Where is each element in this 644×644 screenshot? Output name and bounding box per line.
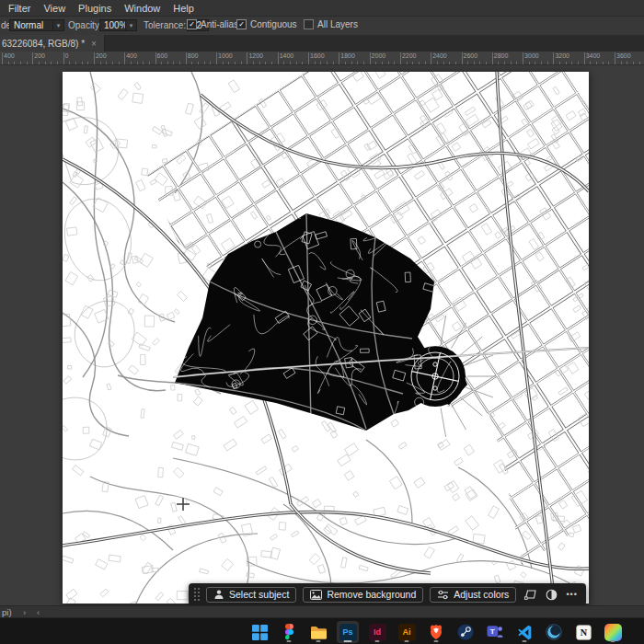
taskbar-vscode-icon[interactable] [513, 621, 535, 643]
chevron-down-icon: ▾ [125, 20, 136, 30]
ruler-label: 1800 [340, 52, 355, 59]
document-canvas[interactable] [63, 72, 589, 604]
ruler-label: 2000 [372, 52, 386, 59]
opacity-value: 100% [100, 20, 125, 30]
ruler-label: 2600 [464, 52, 478, 59]
tolerance-label: Tolerance: [144, 20, 186, 30]
ruler-label: 1200 [248, 52, 263, 59]
brave-logo [429, 624, 443, 640]
contextual-taskbar: Select subjectRemove backgroundAdjust co… [189, 583, 586, 605]
taskbar-brave-icon[interactable] [425, 621, 447, 643]
transform-icon [524, 589, 537, 600]
ruler-label: 3400 [586, 52, 601, 59]
checkbox-all-layers[interactable]: All Layers [304, 19, 358, 29]
running-indicator [434, 640, 439, 642]
photoshop-window: FilterViewPluginsWindowHelp de: Normal ▾… [0, 0, 644, 644]
button-label: Remove background [327, 589, 416, 600]
status-text: pi) [2, 607, 12, 617]
checkbox-anti-alias[interactable]: ✓Anti-alias [187, 19, 238, 29]
ruler-label: 3600 [616, 52, 631, 59]
document-tab[interactable]: 63226084, RGB/8) * × [0, 35, 105, 52]
menu-help[interactable]: Help [173, 0, 194, 17]
taskbar-teams-icon[interactable]: T [484, 621, 506, 643]
taskbar-creative-cloud-icon[interactable] [602, 621, 624, 643]
sliders-icon [437, 590, 449, 600]
ruler-label: 1600 [310, 52, 325, 59]
menu-bar: FilterViewPluginsWindowHelp [0, 0, 644, 17]
select-subject-button[interactable]: Select subject [206, 587, 296, 603]
document-tab-title: 63226084, RGB/8) * [2, 39, 85, 49]
taskbar-file-explorer-icon[interactable] [307, 621, 329, 643]
horizontal-ruler: 4002000200400600800100012001400160018002… [0, 52, 644, 65]
menu-filter[interactable]: Filter [8, 0, 30, 17]
contrast-icon [546, 589, 558, 601]
running-indicator [611, 640, 615, 642]
image-icon [310, 590, 322, 600]
adjust-colors-button[interactable]: Adjust colors [430, 587, 516, 603]
remove-background-button[interactable]: Remove background [303, 587, 423, 603]
running-indicator [375, 640, 380, 642]
taskbar-notion-icon[interactable]: N [572, 621, 594, 643]
blend-mode-value: Normal [10, 20, 52, 30]
vscode-logo [517, 625, 533, 640]
ruler-label: 200 [96, 52, 107, 59]
transform-button[interactable] [523, 586, 539, 603]
windows-start-logo [252, 625, 268, 640]
menu-view[interactable]: View [43, 0, 65, 17]
options-bar: de: Normal ▾ Opacity: 100% ▾ Tolerance: … [0, 17, 644, 36]
running-indicator [405, 640, 409, 642]
running-indicator [523, 640, 527, 642]
photoshop-logo: Ps [339, 624, 357, 641]
checkbox-label: All Layers [317, 19, 358, 29]
button-label: Select subject [229, 589, 289, 600]
steam-logo [457, 624, 474, 640]
more-options-button[interactable]: ••• [566, 590, 577, 599]
taskbar-indesign-icon[interactable]: Id [366, 621, 388, 643]
ruler-label: 1000 [218, 52, 233, 59]
ruler-label: 600 [157, 52, 168, 59]
ruler-label: 2200 [402, 52, 417, 59]
ruler-label: 2400 [432, 52, 447, 59]
menu-plugins[interactable]: Plugins [78, 0, 111, 17]
document-tab-bar: 63226084, RGB/8) * × [0, 35, 644, 52]
close-icon[interactable]: × [91, 39, 97, 49]
checked-checkbox-icon[interactable]: ✓ [236, 19, 247, 29]
file-explorer-logo [310, 625, 328, 640]
ruler-label: 3200 [555, 52, 569, 59]
ruler-label: 400 [4, 52, 15, 59]
drag-handle[interactable] [194, 588, 200, 601]
adjustments-button[interactable] [543, 586, 559, 603]
map-image [63, 72, 589, 604]
taskbar-cinema4d-icon[interactable] [543, 621, 565, 643]
ruler-label: 3000 [524, 52, 539, 59]
unchecked-checkbox-icon[interactable] [304, 19, 314, 29]
button-label: Adjust colors [454, 589, 509, 600]
taskbar-windows-start-icon[interactable] [248, 621, 270, 643]
taskbar-illustrator-icon[interactable]: Ai [396, 621, 418, 643]
blend-mode-dropdown[interactable]: Normal ▾ [9, 19, 64, 31]
ruler-label: 800 [188, 52, 199, 59]
windows-taskbar: PsIdAiTN [0, 617, 644, 644]
menu-window[interactable]: Window [124, 0, 160, 17]
checkbox-contiguous[interactable]: ✓Contiguous [236, 19, 297, 29]
taskbar-photoshop-icon[interactable]: Ps [337, 621, 359, 643]
opacity-dropdown[interactable]: 100% ▾ [99, 19, 137, 31]
notion-logo: N [576, 625, 592, 640]
figma-logo [283, 624, 295, 640]
svg-text:T: T [490, 627, 495, 636]
running-indicator [287, 640, 292, 642]
running-indicator [344, 640, 352, 642]
taskbar-figma-icon[interactable] [278, 621, 300, 643]
next-arrow[interactable]: › [23, 607, 26, 617]
running-indicator [316, 640, 321, 642]
prev-arrow[interactable]: ‹ [37, 607, 40, 617]
svg-text:N: N [580, 627, 587, 638]
creative-cloud-logo [604, 624, 622, 641]
teams-logo: T [487, 624, 503, 640]
ruler-label: 1400 [280, 52, 294, 59]
illustrator-logo: Ai [398, 624, 416, 641]
checkbox-label: Anti-alias [201, 19, 238, 29]
status-bar: pi) › ‹ [0, 605, 644, 618]
checked-checkbox-icon[interactable]: ✓ [187, 19, 197, 29]
taskbar-steam-icon[interactable] [454, 621, 477, 643]
